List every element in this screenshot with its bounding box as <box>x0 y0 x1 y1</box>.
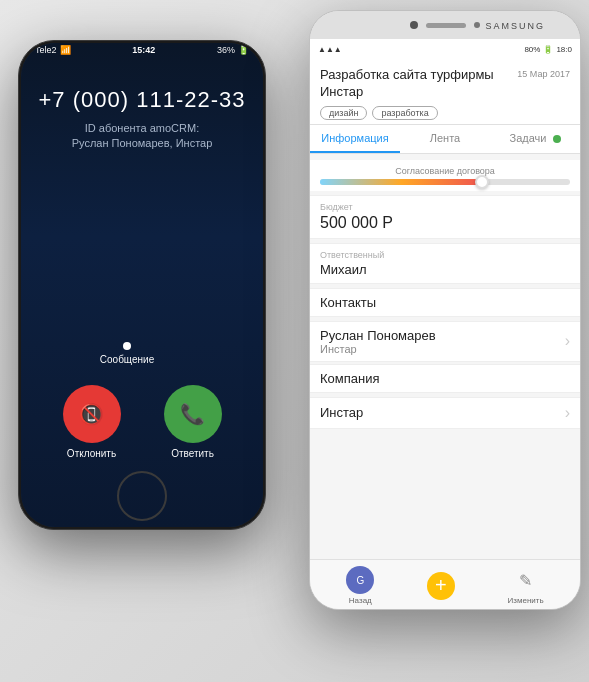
crm-header: 15 Мар 2017 Разработка сайта турфирмы Ин… <box>310 59 580 125</box>
message-dot <box>123 342 131 350</box>
contact-info: Руслан Пономарев Инстар <box>320 328 565 355</box>
progress-fill <box>320 179 483 185</box>
responsible-section: Ответственный Михаил <box>310 243 580 284</box>
samsung-battery-icon: 🔋 <box>543 45 553 54</box>
contact-arrow: › <box>565 332 570 350</box>
front-mic <box>474 22 480 28</box>
decline-button[interactable]: 📵 <box>63 385 121 443</box>
agreement-section: Согласование договора <box>310 160 580 191</box>
message-action[interactable]: Сообщение <box>21 342 263 375</box>
company-header: Компания <box>310 364 580 393</box>
contacts-label: Контакты <box>320 295 570 310</box>
iphone-time: 15:42 <box>132 45 155 55</box>
company-row[interactable]: Инстар › <box>310 397 580 429</box>
earpiece-speaker <box>426 23 466 28</box>
crm-date: 15 Мар 2017 <box>517 69 570 79</box>
nav-back[interactable]: G Назад <box>346 566 374 605</box>
iphone-status-bar: Tele2 📶 15:42 36% 🔋 <box>21 43 263 57</box>
battery-icon: 🔋 <box>238 45 249 55</box>
nav-back-label: Назад <box>349 596 372 605</box>
nav-back-icon[interactable]: G <box>346 566 374 594</box>
company-info: Инстар <box>320 405 565 420</box>
budget-label: Бюджет <box>320 202 570 212</box>
answer-button[interactable]: 📞 <box>164 385 222 443</box>
decline-label: Отклонить <box>67 448 116 459</box>
nav-add-icon[interactable]: + <box>427 572 455 600</box>
call-number: +7 (000) 111-22-33 <box>39 87 246 113</box>
iphone-home-button[interactable] <box>117 471 167 521</box>
samsung-status-bar: ▲▲▲ 80% 🔋 18:0 <box>310 39 580 59</box>
front-camera <box>410 21 418 29</box>
battery-label: 36% <box>217 45 235 55</box>
samsung-battery-pct: 80% <box>524 45 540 54</box>
resp-label: Ответственный <box>320 250 570 260</box>
samsung-screen: ▲▲▲ 80% 🔋 18:0 15 Мар 2017 Разработка са… <box>310 39 580 559</box>
wifi-icon: 📶 <box>60 45 71 55</box>
contact-name: Руслан Пономарев <box>320 328 565 343</box>
tab-feed[interactable]: Лента <box>400 125 490 153</box>
contact-company: Инстар <box>320 343 565 355</box>
message-label: Сообщение <box>100 354 154 365</box>
resp-value: Михаил <box>320 262 570 277</box>
samsung-time: 18:0 <box>556 45 572 54</box>
agreement-label: Согласование договора <box>320 166 570 176</box>
tab-tasks[interactable]: Задачи <box>490 125 580 153</box>
call-id-label: ID абонента amoCRM: <box>85 122 199 134</box>
samsung-device: SAMSUNG ▲▲▲ 80% 🔋 18:0 15 Мар 2017 Разра… <box>309 10 581 610</box>
decline-icon: 📵 <box>79 402 104 426</box>
call-id-info: ID абонента amoCRM: Руслан Пономарев, Ин… <box>52 121 233 152</box>
answer-icon: 📞 <box>180 402 205 426</box>
plus-icon: + <box>435 574 447 597</box>
budget-section: Бюджет 500 000 Р <box>310 195 580 239</box>
tag-dev[interactable]: разработка <box>372 106 437 120</box>
tab-info[interactable]: Информация <box>310 125 400 153</box>
contact-row[interactable]: Руслан Пономарев Инстар › <box>310 321 580 362</box>
nav-add[interactable]: + <box>427 572 455 600</box>
scene: Tele2 📶 15:42 36% 🔋 +7 (000) 111-22-33 I… <box>0 0 589 682</box>
company-label: Компания <box>320 371 570 386</box>
progress-track <box>320 179 570 185</box>
nav-edit-icon[interactable]: ✎ <box>512 566 540 594</box>
tag-design[interactable]: дизайн <box>320 106 367 120</box>
amo-icon: G <box>356 575 364 586</box>
nav-edit[interactable]: ✎ Изменить <box>508 566 544 605</box>
call-content: +7 (000) 111-22-33 ID абонента amoCRM: Р… <box>21 57 263 467</box>
tasks-dot <box>553 135 561 143</box>
call-id-name: Руслан Пономарев, Инстар <box>72 137 213 149</box>
contacts-header: Контакты <box>310 288 580 317</box>
samsung-nav: G Назад + ✎ Изменить <box>310 559 580 610</box>
company-value: Инстар <box>320 405 565 420</box>
crm-body: Согласование договора Бюджет 500 000 Р О… <box>310 154 580 437</box>
company-arrow: › <box>565 404 570 422</box>
edit-icon: ✎ <box>519 571 532 590</box>
iphone-device: Tele2 📶 15:42 36% 🔋 +7 (000) 111-22-33 I… <box>18 40 266 530</box>
answer-group[interactable]: 📞 Ответить <box>164 385 222 459</box>
samsung-signal: ▲▲▲ <box>318 45 342 54</box>
budget-value: 500 000 Р <box>320 214 570 232</box>
call-buttons: 📵 Отклонить 📞 Ответить <box>21 375 263 467</box>
crm-tabs: Информация Лента Задачи <box>310 125 580 154</box>
progress-thumb[interactable] <box>475 175 489 189</box>
nav-edit-label: Изменить <box>508 596 544 605</box>
crm-tags: дизайн разработка <box>320 106 570 120</box>
samsung-brand-label: SAMSUNG <box>485 21 545 31</box>
answer-label: Ответить <box>171 448 214 459</box>
decline-group[interactable]: 📵 Отклонить <box>63 385 121 459</box>
carrier-label: Tele2 <box>35 45 57 55</box>
